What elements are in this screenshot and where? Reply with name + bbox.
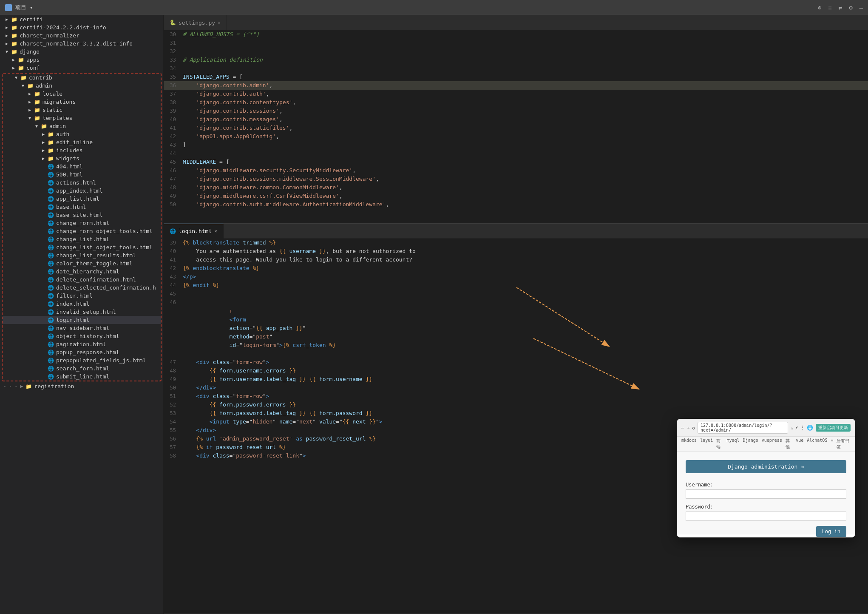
code-line-36: 36 'django.contrib.admin',: [164, 81, 868, 90]
login-button[interactable]: Log in: [816, 526, 846, 537]
bookmark-mkdocs[interactable]: mkdocs: [681, 438, 697, 450]
sidebar-item-date[interactable]: 🌐 date_hierarchy.html: [3, 267, 161, 276]
sidebar-item-certifi-dist[interactable]: ▶ 📁 certifi-2024.2.2.dist-info: [0, 23, 163, 31]
sidebar-item-base-site[interactable]: 🌐 base_site.html: [3, 211, 161, 219]
tab-settings-close[interactable]: ✕: [218, 20, 221, 26]
list-icon[interactable]: ≡: [828, 4, 831, 11]
sidebar-item-change-form[interactable]: 🌐 change_form.html: [3, 219, 161, 227]
bookmark-mysql[interactable]: mysql: [727, 438, 740, 450]
settings-icon[interactable]: ⚙: [849, 4, 852, 11]
bookmark-other[interactable]: 其他: [786, 438, 792, 450]
sidebar-item-widgets[interactable]: ▶ 📁 widgets: [3, 154, 161, 162]
sidebar-item-change-form-obj[interactable]: 🌐 change_form_object_tools.html: [3, 227, 161, 235]
sidebar-item-change-list[interactable]: 🌐 change_list.html: [3, 235, 161, 243]
sidebar-item-nav-sidebar[interactable]: 🌐 nav_sidebar.html: [3, 324, 161, 332]
code-line-32: 32: [164, 47, 868, 56]
tab-settings[interactable]: 🐍 settings.py ✕: [164, 15, 227, 30]
sidebar-item-includes[interactable]: ▶ 📁 includes: [3, 146, 161, 154]
menu-icon[interactable]: ⋮: [800, 425, 805, 431]
sidebar-item-color-theme[interactable]: 🌐 color_theme_toggle.html: [3, 259, 161, 267]
sidebar-item-charset-dist[interactable]: ▶ 📁 charset_normalizer-3.3.2.dist-info: [0, 40, 163, 48]
sidebar-item-500[interactable]: 🌐 500.html: [3, 171, 161, 179]
sidebar-item-change-list-res[interactable]: 🌐 change_list_results.html: [3, 251, 161, 259]
username-input[interactable]: [686, 489, 846, 499]
back-icon[interactable]: ←: [681, 425, 684, 431]
login-line-51: 51 <div class="form-row">: [164, 392, 868, 401]
split-icon[interactable]: ⇄: [839, 4, 842, 11]
svg-rect-0: [6, 6, 11, 10]
browser-address[interactable]: 127.0.0.1:8000/admin/login/?next=/admin/: [698, 422, 788, 434]
sidebar-item-conf[interactable]: ▶ 📁 conf: [0, 64, 163, 72]
bookmark-django[interactable]: Django: [743, 438, 758, 450]
sidebar-item-app-index[interactable]: 🌐 app_index.html: [3, 187, 161, 195]
sidebar-item-app-list[interactable]: 🌐 app_list.html: [3, 195, 161, 203]
login-line-49: 49 {{ form.username.label_tag }} {{ form…: [164, 375, 868, 384]
main-layout: ▶ 📁 certifi ▶ 📁 certifi-2024.2.2.dist-in…: [0, 15, 868, 614]
sidebar-item-index[interactable]: 🌐 index.html: [3, 300, 161, 308]
password-input[interactable]: [686, 512, 846, 521]
sidebar-item-base[interactable]: 🌐 base.html: [3, 203, 161, 211]
tab-login-close[interactable]: ✕: [214, 228, 217, 234]
login-line-48: 48 {{ form.username.errors }}: [164, 367, 868, 375]
login-line-39: 39 {% blocktranslate trimmed %}: [164, 239, 868, 247]
sidebar-item-registration[interactable]: - - - ▶ 📁 registration: [0, 382, 163, 390]
browser-content: Django administration » Username: Passwo…: [677, 452, 855, 534]
login-line-41: 41 access this page. Would you like to l…: [164, 256, 868, 264]
sidebar-item-404[interactable]: 🌐 404.html: [3, 162, 161, 171]
login-line-47: 47 <div class="form-row">: [164, 358, 868, 367]
login-line-52: 52 {{ form.password.errors }}: [164, 401, 868, 409]
bookmark-more[interactable]: »: [831, 438, 833, 450]
sidebar-item-contrib[interactable]: ▼ 📁 contrib: [3, 74, 161, 82]
sidebar-item-object-history[interactable]: 🌐 object_history.html: [3, 332, 161, 340]
reload-icon[interactable]: ↻: [692, 425, 695, 431]
sidebar-item-certifi[interactable]: ▶ 📁 certifi: [0, 15, 163, 23]
settings-code-view[interactable]: 30 # ALLOWED_HOSTS = ["*"] 31 32 33 # Ap…: [164, 30, 868, 223]
sidebar-item-charset[interactable]: ▶ 📁 charset_normalizer: [0, 31, 163, 40]
bookmark-all[interactable]: 所有书签: [837, 438, 851, 450]
sidebar-item-apps[interactable]: ▶ 📁 apps: [0, 56, 163, 64]
sidebar-item-delete-selected[interactable]: 🌐 delete_selected_confirmation.h: [3, 284, 161, 292]
sidebar-item-migrations[interactable]: ▶ 📁 migrations: [3, 98, 161, 106]
sidebar-item-django[interactable]: ▼ 📁 django: [0, 48, 163, 56]
bookmark-frontend[interactable]: 前端: [716, 438, 723, 450]
sidebar-item-popup[interactable]: 🌐 popup_response.html: [3, 348, 161, 356]
tab-login[interactable]: 🌐 login.html ✕: [164, 224, 224, 239]
sidebar-item-login[interactable]: 🌐 login.html: [3, 316, 161, 324]
sidebar-item-prepopulated[interactable]: 🌐 prepopulated_fields_js.html: [3, 356, 161, 364]
sidebar-item-templates[interactable]: ▼ 📁 templates: [3, 114, 161, 122]
bookmark-alchat[interactable]: AlchatOS: [807, 438, 827, 450]
sidebar-item-locale[interactable]: ▶ 📁 locale: [3, 90, 161, 98]
sidebar-item-search-form[interactable]: 🌐 search_form.html: [3, 364, 161, 372]
sidebar-item-pagination[interactable]: 🌐 pagination.html: [3, 340, 161, 348]
bookmark-star-icon[interactable]: ☆: [791, 425, 794, 431]
minimize-icon[interactable]: —: [859, 4, 863, 11]
sidebar-item-actions[interactable]: 🌐 actions.html: [3, 179, 161, 187]
bookmark-layui[interactable]: layui: [700, 438, 713, 450]
sidebar-item-edit-inline[interactable]: ▶ 📁 edit_inline: [3, 138, 161, 146]
code-line-42: 42 'app01.apps.App01Config',: [164, 132, 868, 141]
add-icon[interactable]: ⊕: [818, 4, 821, 11]
sidebar-item-filter[interactable]: 🌐 filter.html: [3, 292, 161, 300]
dropdown-icon[interactable]: ▾: [30, 5, 33, 11]
forward-icon[interactable]: →: [687, 425, 690, 431]
extensions-icon[interactable]: ⚡: [795, 425, 798, 431]
sidebar-item-invalid-setup[interactable]: 🌐 invalid_setup.html: [3, 308, 161, 316]
bookmark-vue[interactable]: vue: [796, 438, 803, 450]
sidebar-item-admin[interactable]: ▼ 📁 admin: [3, 82, 161, 90]
restart-btn[interactable]: 重新启动可更新: [816, 424, 851, 432]
code-line-34: 34: [164, 64, 868, 73]
code-line-30: 30 # ALLOWED_HOSTS = ["*"]: [164, 30, 868, 39]
sidebar-item-change-list-obj[interactable]: 🌐 change_list_object_tools.html: [3, 243, 161, 251]
browser-icon: 🌐: [807, 425, 813, 431]
code-line-40: 40 'django.contrib.messages',: [164, 115, 868, 124]
bookmark-vuepress[interactable]: vuepress: [762, 438, 782, 450]
sidebar-item-delete-confirm[interactable]: 🌐 delete_confirmation.html: [3, 276, 161, 284]
code-line-50: 50 'django.contrib.auth.middleware.Authe…: [164, 200, 868, 209]
sidebar-item-auth[interactable]: ▶ 📁 auth: [3, 130, 161, 138]
sidebar-item-admin-tpl[interactable]: ▼ 📁 admin: [3, 122, 161, 130]
tab-settings-label: settings.py: [179, 20, 215, 26]
django-admin-button[interactable]: Django administration »: [686, 460, 846, 473]
browser-bookmarks-bar: mkdocs layui 前端 mysql Django vuepress 其他…: [677, 437, 855, 452]
sidebar-item-static[interactable]: ▶ 📁 static: [3, 106, 161, 114]
sidebar-item-submit-line[interactable]: 🌐 submit_line.html: [3, 372, 161, 381]
